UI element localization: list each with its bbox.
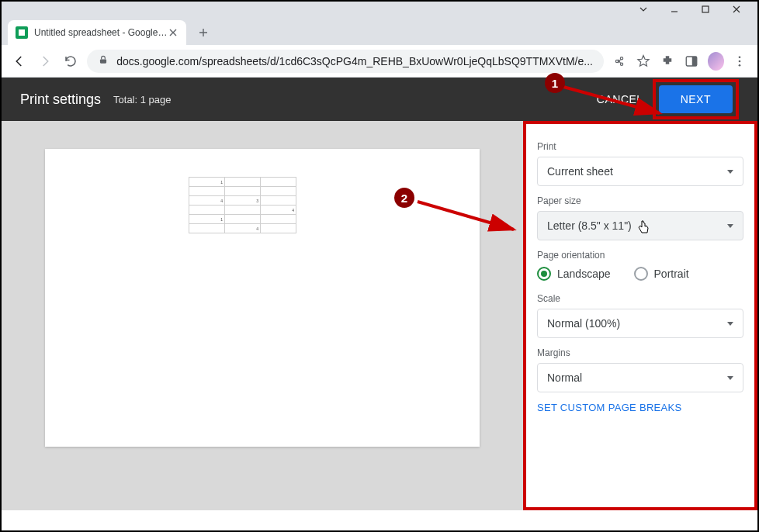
chevron-down-icon — [727, 224, 733, 228]
cursor-icon — [637, 219, 650, 235]
scale-label: Scale — [537, 293, 743, 304]
tab-strip: Untitled spreadsheet - Google Sh — [2, 17, 757, 45]
extensions-icon[interactable] — [660, 52, 676, 71]
preview-page: 1 43 4 1 4 — [45, 149, 480, 447]
svg-point-9 — [739, 60, 741, 62]
print-settings-sidebar: Print Current sheet Paper size Letter (8… — [523, 121, 757, 510]
side-panel-icon[interactable] — [684, 52, 700, 71]
margins-label: Margins — [537, 347, 743, 358]
paper-size-value: Letter (8.5" x 11") — [547, 219, 632, 232]
cell: 4 — [225, 224, 261, 233]
page-total: Total: 1 page — [113, 94, 171, 105]
scale-value: Normal (100%) — [547, 317, 620, 330]
cell: 4 — [189, 196, 225, 206]
close-tab-icon[interactable] — [168, 27, 178, 38]
svg-point-8 — [739, 56, 741, 58]
print-range-value: Current sheet — [547, 165, 613, 178]
content-area: 1 43 4 1 4 Print Current sheet Paper siz… — [2, 121, 757, 510]
reload-button[interactable] — [62, 51, 80, 71]
maximize-button[interactable] — [692, 2, 719, 17]
minimize-button[interactable] — [661, 2, 688, 17]
margins-value: Normal — [547, 371, 582, 384]
window-controls — [2, 2, 757, 17]
chevron-down-icon — [727, 170, 733, 174]
svg-point-3 — [621, 57, 623, 59]
print-settings-bar: Print settings Total: 1 page CANCEL NEXT — [2, 78, 757, 121]
orientation-landscape[interactable]: Landscape — [537, 267, 611, 281]
profile-avatar[interactable] — [708, 52, 724, 71]
cell: 4 — [261, 206, 296, 215]
cell: 1 — [189, 215, 225, 224]
close-window-button[interactable] — [723, 2, 750, 17]
radio-icon — [634, 267, 648, 281]
print-range-dropdown[interactable]: Current sheet — [537, 157, 743, 186]
margins-dropdown[interactable]: Normal — [537, 363, 743, 392]
lock-icon — [98, 54, 109, 68]
svg-rect-7 — [692, 57, 697, 66]
annotation-highlight-next: NEXT — [653, 79, 739, 119]
forward-button[interactable] — [36, 51, 54, 71]
bookmark-icon[interactable] — [636, 52, 652, 71]
svg-rect-2 — [100, 59, 106, 63]
svg-point-4 — [621, 63, 623, 65]
svg-point-5 — [616, 60, 619, 62]
address-bar[interactable]: docs.google.com/spreadsheets/d/1cd6C3sQc… — [87, 50, 604, 73]
sheets-favicon — [16, 26, 28, 39]
kebab-menu-icon[interactable] — [732, 52, 748, 71]
svg-point-10 — [739, 64, 741, 66]
paper-size-dropdown[interactable]: Letter (8.5" x 11") — [537, 211, 743, 240]
annotation-badge-2: 2 — [394, 188, 414, 208]
next-button[interactable]: NEXT — [659, 85, 733, 113]
set-custom-page-breaks-link[interactable]: SET CUSTOM PAGE BREAKS — [537, 402, 743, 413]
scale-dropdown[interactable]: Normal (100%) — [537, 309, 743, 338]
radio-label: Portrait — [654, 268, 689, 280]
new-tab-button[interactable] — [192, 22, 214, 43]
orientation-portrait[interactable]: Portrait — [634, 267, 689, 281]
url-text: docs.google.com/spreadsheets/d/1cd6C3sQc… — [116, 55, 593, 67]
tab-title: Untitled spreadsheet - Google Sh — [34, 27, 168, 38]
chevron-down-icon — [727, 322, 733, 326]
preview-table: 1 43 4 1 4 — [189, 177, 296, 233]
print-preview-area: 1 43 4 1 4 — [2, 121, 523, 510]
browser-chrome: Untitled spreadsheet - Google Sh docs.go… — [2, 2, 757, 78]
radio-icon — [537, 267, 551, 281]
cell: 3 — [225, 196, 261, 206]
paper-size-label: Paper size — [537, 195, 743, 206]
browser-tab[interactable]: Untitled spreadsheet - Google Sh — [8, 20, 186, 45]
cell: 1 — [189, 178, 225, 187]
cancel-button[interactable]: CANCEL — [587, 85, 653, 113]
back-button[interactable] — [11, 51, 29, 71]
toolbar: docs.google.com/spreadsheets/d/1cd6C3sQc… — [2, 45, 757, 78]
print-range-label: Print — [537, 141, 743, 152]
annotation-badge-1: 1 — [545, 73, 565, 93]
orientation-label: Page orientation — [537, 250, 743, 261]
share-icon[interactable] — [612, 52, 628, 71]
orientation-radios: Landscape Portrait — [537, 267, 743, 281]
print-settings-title: Print settings — [20, 92, 101, 108]
window-dropdown-icon[interactable] — [630, 2, 657, 17]
svg-rect-1 — [702, 6, 709, 12]
radio-label: Landscape — [557, 268, 611, 280]
chevron-down-icon — [727, 376, 733, 380]
